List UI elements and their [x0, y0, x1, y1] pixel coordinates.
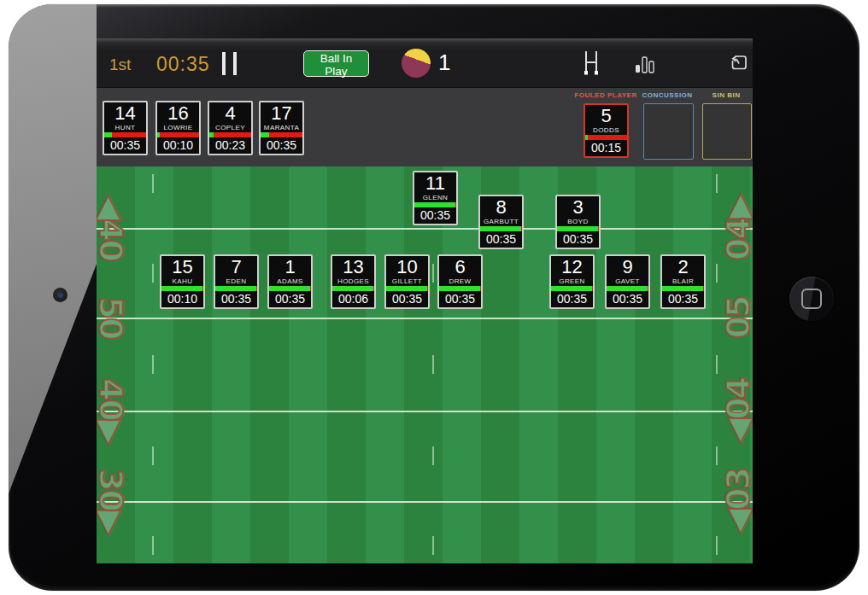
- player-timer: 00:35: [261, 137, 302, 154]
- player-timer: 00:10: [157, 137, 199, 154]
- player-card[interactable]: 10GILLETT00:35: [384, 254, 430, 309]
- field-line: [97, 501, 753, 503]
- ball-icon[interactable]: [402, 49, 431, 78]
- player-name: KAHU: [173, 277, 193, 285]
- player-name: BLAIR: [672, 277, 694, 285]
- player-card[interactable]: 8GARBUTT00:35: [478, 195, 524, 249]
- player-name: DREW: [449, 277, 471, 285]
- player-card[interactable]: 2BLAIR00:35: [660, 254, 706, 309]
- player-card[interactable]: 13HODGES00:06: [331, 254, 376, 309]
- player-card[interactable]: 17MARANTA00:35: [259, 101, 304, 155]
- bar-chart-icon[interactable]: [635, 53, 657, 77]
- player-progress-bar: [439, 286, 481, 291]
- player-timer: 00:35: [414, 207, 456, 224]
- pause-button[interactable]: [220, 52, 239, 75]
- player-timer: 00:35: [386, 291, 428, 307]
- player-card[interactable]: 9GAVET00:35: [605, 254, 650, 309]
- sin-bin-slot[interactable]: [702, 103, 752, 160]
- player-timer: 00:23: [209, 137, 251, 154]
- app-screen: 1st 00:35 Ball In Play 1: [97, 38, 753, 563]
- player-card[interactable]: 3BOYD00:35: [555, 195, 601, 249]
- field: ◀405040▶30▶04▶05◀04◀0311GLENN00:358GARBU…: [97, 166, 753, 563]
- player-number: 3: [572, 197, 583, 217]
- player-card[interactable]: 14HUNT00:35: [103, 101, 148, 155]
- field-dash: [716, 174, 718, 193]
- player-progress-bar: [607, 286, 648, 291]
- bezel-reflection: [9, 4, 97, 504]
- app-header: 1st 00:35 Ball In Play 1: [97, 38, 753, 87]
- field-dash: [716, 264, 718, 283]
- player-card[interactable]: 1ADAMS00:35: [267, 254, 313, 309]
- player-name: GREEN: [559, 277, 584, 285]
- sin-bin-label: SIN BIN: [692, 91, 753, 99]
- player-card[interactable]: 11GLENN00:35: [413, 171, 458, 225]
- player-name: HUNT: [115, 124, 136, 131]
- ipad-device: 1st 00:35 Ball In Play 1: [0, 0, 868, 595]
- game-clock: 00:35: [156, 53, 210, 76]
- concussion-label: CONCUSSION: [633, 91, 701, 99]
- player-progress-bar: [332, 286, 374, 291]
- player-timer: 00:10: [161, 291, 203, 307]
- player-name: MARANTA: [264, 124, 299, 131]
- player-progress-bar: [104, 132, 146, 137]
- player-progress-bar: [269, 286, 311, 291]
- player-number: 12: [561, 257, 582, 277]
- player-name: GILLETT: [392, 277, 422, 285]
- player-timer: 00:35: [215, 291, 257, 307]
- player-number: 17: [271, 103, 291, 123]
- ball-in-play-button[interactable]: Ball In Play: [303, 50, 369, 77]
- exit-icon[interactable]: [727, 51, 749, 75]
- player-number: 5: [601, 106, 611, 125]
- player-card[interactable]: 7EDEN00:35: [214, 254, 259, 309]
- home-button[interactable]: [789, 277, 834, 321]
- player-number: 16: [167, 103, 188, 123]
- player-number: 10: [396, 257, 417, 277]
- field-line: [97, 228, 753, 230]
- field-dash: [432, 264, 434, 283]
- field-marking: 04▶: [719, 195, 753, 260]
- field-marking: 40▶: [97, 378, 130, 443]
- field-dash: [716, 355, 718, 374]
- player-progress-bar: [386, 286, 428, 291]
- field-dash: [716, 446, 718, 465]
- concussion-slot[interactable]: [643, 103, 694, 160]
- player-progress-bar: [585, 135, 627, 140]
- player-number: 6: [455, 257, 465, 277]
- player-card[interactable]: 16LOWRIE00:10: [155, 101, 201, 155]
- player-progress-bar: [480, 226, 522, 231]
- field-dash: [432, 355, 434, 374]
- field-marking: 05: [719, 297, 753, 339]
- player-progress-bar: [157, 132, 199, 137]
- player-progress-bar: [209, 132, 251, 137]
- player-number: 14: [114, 103, 135, 123]
- player-name: BOYD: [567, 218, 588, 225]
- field-marking: ◀40: [97, 195, 130, 260]
- player-card[interactable]: 15KAHU00:10: [160, 254, 205, 309]
- player-number: 8: [496, 197, 506, 217]
- ipad-bezel: 1st 00:35 Ball In Play 1: [9, 4, 859, 591]
- field-dash: [152, 264, 154, 283]
- player-timer: 00:35: [557, 231, 599, 248]
- player-progress-bar: [215, 286, 257, 291]
- field-dash: [432, 446, 434, 465]
- player-name: GAVET: [615, 277, 640, 285]
- player-number: 11: [425, 173, 445, 193]
- goalposts-icon[interactable]: [584, 51, 606, 75]
- player-number: 1: [284, 257, 295, 277]
- player-name: GLENN: [423, 194, 449, 201]
- field-dash: [152, 174, 154, 193]
- field-dash: [152, 355, 154, 374]
- player-timer: 00:06: [332, 291, 374, 307]
- player-name: GARBUTT: [484, 218, 519, 225]
- field-marking: ◀04: [719, 378, 753, 443]
- player-timer: 00:35: [439, 291, 481, 307]
- player-number: 15: [172, 257, 192, 277]
- front-camera-icon: [53, 288, 67, 302]
- player-card[interactable]: 4COPLEY00:23: [208, 101, 253, 155]
- player-card[interactable]: 12GREEN00:35: [549, 254, 595, 309]
- field-marking: ◀03: [719, 469, 753, 534]
- player-card[interactable]: 5DODDS00:15: [584, 103, 629, 158]
- player-card[interactable]: 6DREW00:35: [437, 254, 483, 309]
- period-label: 1st: [109, 55, 131, 74]
- player-progress-bar: [662, 286, 704, 291]
